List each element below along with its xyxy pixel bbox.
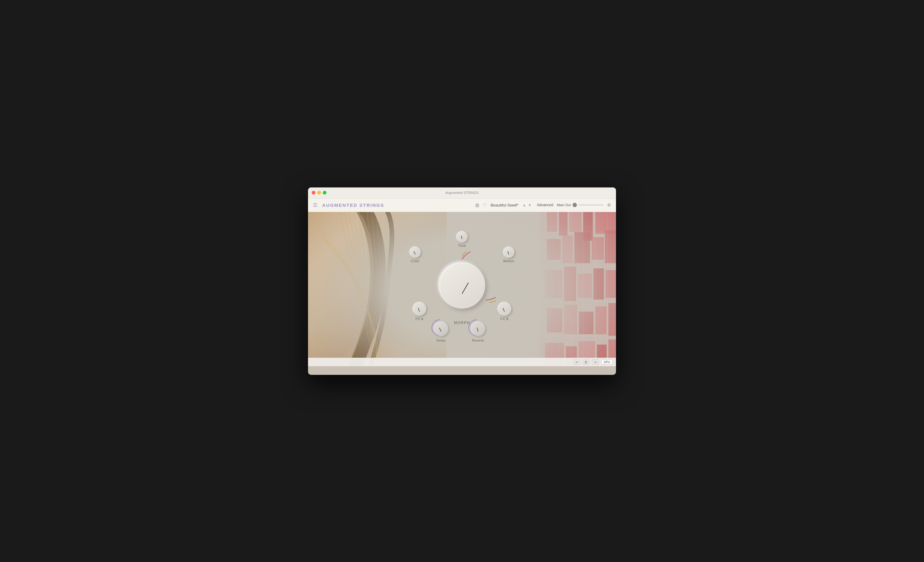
- reverb-knob[interactable]: [471, 322, 485, 336]
- time-knob[interactable]: [456, 232, 468, 242]
- fxb-label: FX B: [501, 317, 508, 321]
- fxa-knob[interactable]: [413, 302, 426, 316]
- delay-knob-wrapper: [433, 321, 449, 337]
- color-knob-section: Color: [410, 247, 421, 263]
- app-header: ☰ AUGMENTED STRINGS ▥ ♡ Beautiful Swell*…: [308, 199, 616, 212]
- main-out-label: Main Out: [557, 203, 571, 207]
- delay-knob[interactable]: [434, 322, 448, 336]
- minimize-button[interactable]: [317, 191, 321, 194]
- motion-knob[interactable]: [503, 247, 514, 258]
- preset-name[interactable]: Beautiful Swell*: [490, 203, 518, 208]
- bottom-bar: ↩ ☰ ↪ 18%: [308, 358, 616, 366]
- app-title: AUGMENTED STRINGS: [322, 203, 470, 208]
- zoom-level[interactable]: 18%: [601, 359, 612, 365]
- preset-prev-button[interactable]: ▲: [522, 203, 526, 208]
- header-right: Advanced Main Out ⚙: [537, 203, 611, 208]
- fxa-label: FX A: [416, 317, 423, 321]
- header-center: ▥ ♡ Beautiful Swell* ▲ ▼: [475, 203, 532, 208]
- color-knob[interactable]: [410, 247, 421, 258]
- title-bar: Augmented STRINGS: [308, 187, 616, 199]
- fxb-knob[interactable]: [498, 302, 511, 316]
- time-label: Time: [458, 244, 466, 247]
- library-icon[interactable]: ▥: [475, 203, 479, 208]
- close-button[interactable]: [312, 191, 315, 194]
- morph-knob-section: MORPH: [428, 252, 496, 325]
- fxa-knob-section: FX A: [413, 302, 426, 321]
- motion-label: Motion: [503, 259, 514, 263]
- maximize-button[interactable]: [323, 191, 327, 194]
- delay-label: Delay: [436, 339, 446, 342]
- reverb-knob-wrapper: [470, 321, 486, 337]
- morph-knob[interactable]: [439, 263, 485, 309]
- preset-next-button[interactable]: ▼: [528, 203, 532, 208]
- hamburger-icon[interactable]: ☰: [313, 202, 317, 208]
- window-title: Augmented STRINGS: [446, 191, 478, 194]
- fxb-knob-section: FX B: [498, 302, 511, 321]
- settings-icon[interactable]: ⚙: [607, 203, 611, 208]
- advanced-button[interactable]: Advanced: [537, 203, 553, 207]
- reverb-knob-section: Reverb: [470, 321, 486, 342]
- delay-knob-section: Delay: [433, 321, 449, 342]
- main-out: Main Out: [557, 203, 603, 207]
- color-label: Color: [411, 259, 420, 263]
- traffic-lights: [312, 191, 327, 194]
- redo-button[interactable]: ↪: [592, 359, 599, 365]
- menu-button[interactable]: ☰: [583, 359, 590, 365]
- motion-knob-section: Motion: [503, 247, 514, 263]
- morph-label: MORPH: [454, 321, 470, 325]
- undo-button[interactable]: ↩: [573, 359, 580, 365]
- main-content: Time Color Motion: [308, 212, 616, 366]
- heart-icon[interactable]: ♡: [483, 203, 487, 208]
- app-window: Augmented STRINGS ☰ AUGMENTED STRINGS ▥ …: [308, 187, 616, 375]
- morph-rings: [428, 252, 496, 320]
- speaker-icon: [573, 203, 577, 207]
- preset-arrows: ▲ ▼: [522, 203, 532, 208]
- time-knob-section: Time: [456, 232, 468, 247]
- volume-slider[interactable]: [579, 205, 603, 205]
- controls-area: Time Color Motion: [404, 232, 520, 342]
- reverb-label: Reverb: [472, 339, 484, 342]
